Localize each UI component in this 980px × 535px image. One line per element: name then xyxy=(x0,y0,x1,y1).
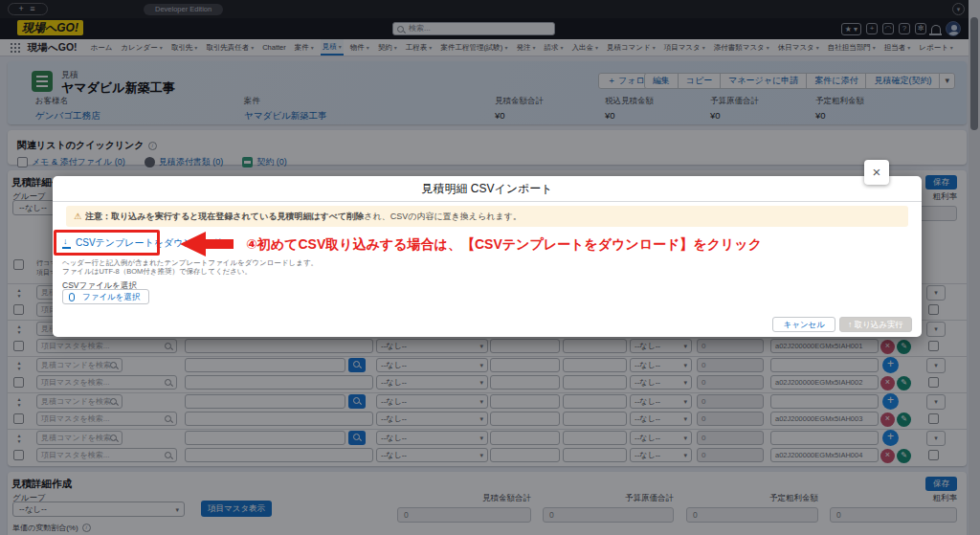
modal-footer: キャンセル ↑ 取り込み実行 xyxy=(772,317,912,332)
annotation-highlight-rect xyxy=(54,230,160,256)
import-execute-button[interactable]: ↑ 取り込み実行 xyxy=(839,317,912,332)
warning-banner: 注意：取り込みを実行すると現在登録されている見積明細はすべて削除され、CSVの内… xyxy=(66,206,908,227)
cancel-button[interactable]: キャンセル xyxy=(772,317,835,332)
close-icon[interactable]: × xyxy=(864,160,889,185)
paperclip-icon xyxy=(69,293,75,301)
choose-file-button[interactable]: ファイルを選択 xyxy=(62,289,149,304)
annotation-arrow-tail xyxy=(205,239,234,249)
annotation-text: ④初めてCSV取り込みする場合は、【CSVテンプレートをダウンロード】をクリック xyxy=(246,236,762,254)
helper-text-2: ファイルはUTF-8（BOM付き推奨）で保存してください。 xyxy=(62,267,252,277)
csv-import-modal: 見積明細 CSVインポート 注意：取り込みを実行すると現在登録されている見積明細… xyxy=(53,176,922,337)
modal-title: 見積明細 CSVインポート xyxy=(53,176,922,202)
annotation-arrow-icon xyxy=(180,232,206,256)
screen: + ≡ Developer Edition 現場へGO! 検索... ★ + ◠… xyxy=(0,0,980,535)
warning-icon xyxy=(74,212,81,221)
